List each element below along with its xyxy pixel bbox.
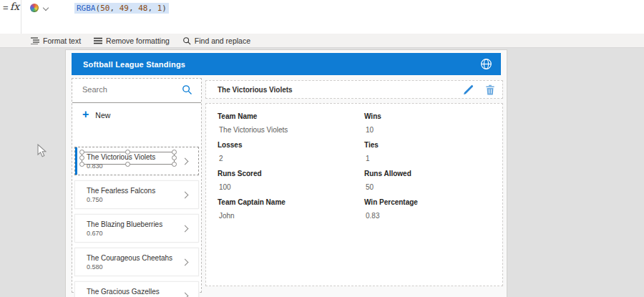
team-list-item[interactable]: The Blazing Blueberries 0.670 <box>74 214 199 243</box>
field-label: Losses <box>218 141 364 149</box>
resize-handle[interactable] <box>172 150 177 155</box>
resize-handle[interactable] <box>172 155 177 160</box>
resize-handle[interactable] <box>79 162 84 167</box>
mouse-cursor <box>37 144 47 160</box>
form-field: Runs Allowed 50 <box>364 170 502 198</box>
remove-formatting-button[interactable]: Remove formatting <box>87 34 176 48</box>
delete-button[interactable] <box>485 84 495 98</box>
team-win-pct-label: 0.580 <box>87 263 103 271</box>
team-gallery: The Victorious Violets 0.830 The Fearles… <box>74 147 199 297</box>
format-text-button[interactable]: Format text <box>24 34 87 48</box>
browse-panel: Search + New <box>72 78 202 293</box>
fields-grid: Team Name The Victorious Violets Wins 10… <box>218 112 502 227</box>
chevron-right-icon[interactable] <box>182 225 189 233</box>
form-field: Team Name The Victorious Violets <box>218 112 364 141</box>
chevron-down-icon[interactable] <box>43 5 49 11</box>
app-canvas: Softball League Standings Search <box>0 48 644 297</box>
field-label: Team Captain Name <box>218 198 364 206</box>
team-list-item[interactable]: The Courageous Cheetahs 0.580 <box>74 248 199 276</box>
find-replace-label: Find and replace <box>195 36 250 45</box>
form-field: Wins 10 <box>364 112 502 141</box>
pencil-icon <box>463 84 474 95</box>
form-field: Runs Scored 100 <box>218 170 364 198</box>
team-win-pct-label: 0.830 <box>87 162 103 170</box>
search-icon[interactable] <box>182 84 192 98</box>
form-field: Losses 2 <box>218 141 364 170</box>
field-value: 100 <box>218 183 364 191</box>
team-win-pct-label: 0.750 <box>87 196 103 203</box>
find-replace-button[interactable]: Find and replace <box>176 34 257 48</box>
field-value: The Victorious Violets <box>218 126 364 134</box>
plus-icon: + <box>82 109 89 120</box>
globe-icon <box>480 58 492 73</box>
chevron-right-icon[interactable] <box>182 192 189 199</box>
form-field: Ties 1 <box>364 141 502 170</box>
field-label: Wins <box>364 112 502 120</box>
field-value: 2 <box>218 155 364 162</box>
field-label: Ties <box>364 141 502 149</box>
field-label: Runs Allowed <box>364 170 502 177</box>
field-value: 10 <box>364 126 502 134</box>
field-label: Team Name <box>218 112 364 120</box>
new-record-button[interactable]: + New <box>72 103 201 127</box>
formula-text[interactable]: RGBA(50, 49, 48, 1) <box>74 3 169 14</box>
fx-icon: fx <box>10 1 19 12</box>
form-field: Team Captain Name John <box>218 198 364 227</box>
chevron-right-icon[interactable] <box>182 158 189 165</box>
color-preview-icon[interactable] <box>30 4 39 12</box>
power-apps-studio: = fx RGBA(50, 49, 48, 1) Format text Rem… <box>0 0 644 297</box>
resize-handle[interactable] <box>172 162 177 167</box>
resize-handle[interactable] <box>79 155 84 160</box>
team-name-label: The Victorious Violets <box>87 153 155 161</box>
team-name-label: The Gracious Gazelles <box>87 288 160 296</box>
formula-input[interactable]: RGBA(50, 49, 48, 1) <box>21 0 644 34</box>
field-label: Win Percentage <box>364 198 502 206</box>
new-label: New <box>95 111 110 120</box>
chevron-right-icon[interactable] <box>182 293 189 297</box>
team-name-label: The Blazing Blueberries <box>87 220 162 228</box>
detail-form: Team Name The Victorious Violets Wins 10… <box>205 103 503 286</box>
resize-handle[interactable] <box>125 162 130 167</box>
team-list-item[interactable]: The Gracious Gazelles 0.500 <box>74 281 199 297</box>
app-screen[interactable]: Softball League Standings Search <box>66 50 507 297</box>
team-name-label: The Fearless Falcons <box>87 187 155 195</box>
field-value: 0.83 <box>364 212 502 220</box>
field-value: 1 <box>364 155 502 162</box>
resize-handle[interactable] <box>79 150 84 155</box>
field-label: Runs Scored <box>218 170 364 177</box>
team-list-item[interactable]: The Fearless Falcons 0.750 <box>74 180 199 209</box>
remove-formatting-icon <box>94 37 102 44</box>
detail-title: The Victorious Violets <box>206 86 293 94</box>
equals-icon: = <box>3 2 9 13</box>
remove-formatting-label: Remove formatting <box>106 36 170 45</box>
find-replace-icon <box>182 36 191 45</box>
detail-header: The Victorious Violets <box>205 80 503 99</box>
format-text-label: Format text <box>43 36 81 45</box>
format-text-icon <box>31 37 39 44</box>
formula-bar: = fx RGBA(50, 49, 48, 1) <box>0 0 644 34</box>
team-list-item[interactable]: The Victorious Violets 0.830 <box>74 147 199 175</box>
trash-icon <box>485 84 495 95</box>
search-placeholder: Search <box>82 85 107 94</box>
edit-button[interactable] <box>463 84 474 98</box>
fx-gutter: = fx <box>0 0 21 34</box>
field-value: John <box>218 212 364 220</box>
app-header-bar[interactable]: Softball League Standings <box>72 53 501 75</box>
app-title: Softball League Standings <box>72 60 185 69</box>
field-value: 50 <box>364 183 502 191</box>
team-win-pct-label: 0.670 <box>87 230 103 237</box>
search-box[interactable]: Search <box>72 79 201 103</box>
chevron-right-icon[interactable] <box>182 259 189 266</box>
formula-toolbar: Format text Remove formatting Find and r… <box>0 34 644 48</box>
team-name-label: The Courageous Cheetahs <box>87 254 172 262</box>
form-field: Win Percentage 0.83 <box>364 198 502 227</box>
selected-indicator <box>75 147 77 175</box>
